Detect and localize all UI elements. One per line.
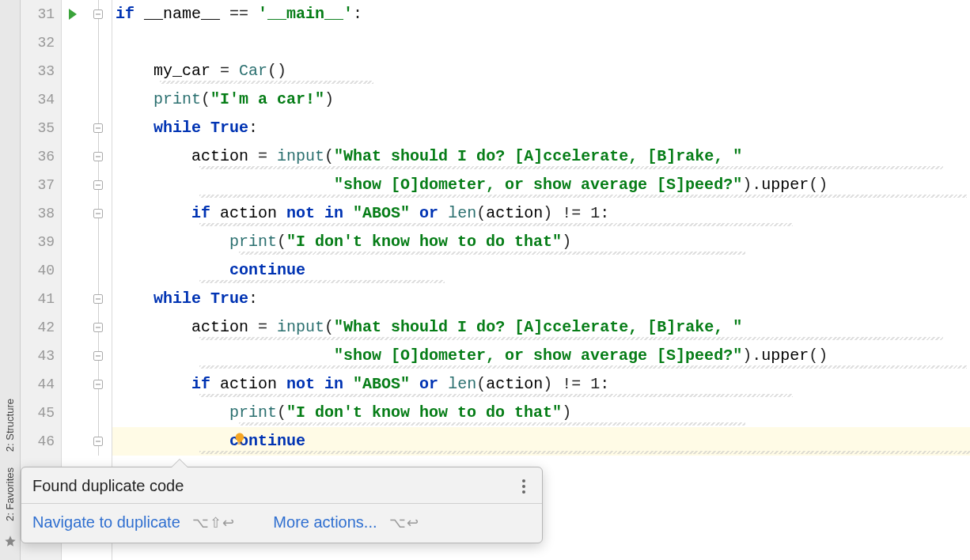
code-line[interactable]: print("I don't know how to do that"): [112, 399, 970, 427]
code-line[interactable]: while True:: [112, 285, 970, 313]
fold-toggle-icon[interactable]: [93, 437, 103, 446]
fold-toggle-icon[interactable]: [93, 380, 103, 389]
star-icon: [4, 534, 17, 552]
run-gutter-row: [62, 228, 84, 256]
line-number[interactable]: 37: [21, 171, 61, 199]
run-gutter-row: [62, 285, 84, 313]
run-gutter-row: [62, 57, 84, 85]
run-gutter-row: [62, 342, 84, 370]
fold-toggle-icon[interactable]: [93, 323, 103, 332]
line-number[interactable]: 42: [21, 313, 61, 342]
fold-gutter-row: [84, 57, 112, 85]
run-icon[interactable]: [69, 9, 77, 20]
warning-underline: [160, 81, 373, 84]
code-line[interactable]: if action not in "ABOS" or len(action) !…: [112, 199, 970, 228]
line-number[interactable]: 36: [21, 142, 61, 171]
run-gutter-row: [62, 114, 84, 142]
more-actions-link[interactable]: More actions...: [273, 513, 377, 531]
fold-gutter-row: [84, 256, 112, 285]
run-gutter-row: [62, 370, 84, 399]
run-gutter-row: [62, 313, 84, 342]
line-number[interactable]: 40: [21, 256, 61, 285]
fold-gutter-row: [84, 0, 112, 28]
code-line[interactable]: if action not in "ABOS" or len(action) !…: [112, 370, 970, 399]
line-number[interactable]: 32: [21, 28, 61, 57]
navigate-shortcut: ⌥⇧↩: [192, 515, 235, 531]
code-line[interactable]: while True:: [112, 114, 970, 142]
code-line[interactable]: print("I'm a car!"): [112, 85, 970, 114]
warning-underline: [199, 223, 793, 226]
more-actions[interactable]: More actions... ⌥↩: [273, 513, 419, 532]
run-gutter-row: [62, 399, 84, 427]
fold-gutter-row: [84, 28, 112, 57]
warning-underline: [239, 422, 745, 426]
warning-underline: [199, 451, 970, 454]
line-number[interactable]: 44: [21, 370, 61, 399]
line-number[interactable]: 38: [21, 199, 61, 228]
fold-toggle-icon[interactable]: [93, 123, 103, 133]
run-gutter-row: [62, 142, 84, 171]
structure-tab-label: 2: Structure: [4, 399, 16, 452]
code-line[interactable]: my_car = Car(): [112, 57, 970, 85]
line-number[interactable]: 45: [21, 399, 61, 427]
popup-header: Found duplicate code: [21, 467, 542, 504]
warning-underline: [199, 195, 967, 198]
warning-underline: [199, 166, 943, 169]
fold-toggle-icon[interactable]: [93, 152, 103, 161]
code-line[interactable]: action = input("What should I do? [A]cce…: [112, 142, 970, 171]
line-number[interactable]: 46: [21, 427, 61, 456]
fold-toggle-icon[interactable]: [93, 9, 103, 19]
code-line[interactable]: [112, 28, 970, 57]
line-number[interactable]: 39: [21, 228, 61, 256]
run-gutter-row: [62, 0, 84, 28]
fold-toggle-icon[interactable]: [93, 180, 103, 190]
popup-actions: Navigate to duplicate ⌥⇧↩ More actions..…: [21, 504, 542, 543]
fold-toggle-icon[interactable]: [93, 351, 103, 361]
line-number[interactable]: 43: [21, 342, 61, 370]
fold-gutter-row: [84, 85, 112, 114]
inspection-popup: Found duplicate code Navigate to duplica…: [21, 467, 543, 543]
run-gutter-row: [62, 85, 84, 114]
run-gutter-row: [62, 28, 84, 57]
navigate-link[interactable]: Navigate to duplicate: [32, 513, 180, 531]
code-line[interactable]: if __name__ == '__main__':: [112, 0, 970, 28]
code-line[interactable]: "show [O]dometer, or show average [S]pee…: [112, 171, 970, 199]
fold-toggle-icon[interactable]: [93, 294, 103, 304]
line-number[interactable]: 41: [21, 285, 61, 313]
code-line[interactable]: "show [O]dometer, or show average [S]pee…: [112, 342, 970, 370]
line-number[interactable]: 34: [21, 85, 61, 114]
code-line[interactable]: continue: [112, 256, 970, 285]
warning-underline: [199, 365, 967, 369]
navigate-action[interactable]: Navigate to duplicate ⌥⇧↩: [32, 513, 235, 532]
fold-gutter-row: [84, 399, 112, 427]
warning-underline: [199, 280, 445, 283]
run-gutter-row: [62, 199, 84, 228]
fold-gutter-row: [84, 199, 112, 228]
warning-underline: [239, 252, 745, 255]
line-number[interactable]: 33: [21, 57, 61, 85]
run-gutter-row: [62, 256, 84, 285]
run-gutter-row: [62, 427, 84, 456]
structure-tab[interactable]: 2: Structure: [2, 391, 17, 460]
fold-gutter-row: [84, 370, 112, 399]
fold-gutter-row: [84, 142, 112, 171]
fold-gutter-row: [84, 114, 112, 142]
fold-gutter-row: [84, 228, 112, 256]
code-line[interactable]: print("I don't know how to do that"): [112, 228, 970, 256]
tool-window-tabs: 2: Structure 2: Favorites: [0, 0, 21, 560]
warning-underline: [199, 337, 943, 340]
more-actions-shortcut: ⌥↩: [389, 515, 419, 531]
favorites-tab-label: 2: Favorites: [4, 467, 16, 521]
fold-gutter-row: [84, 171, 112, 199]
fold-gutter-row: [84, 427, 112, 456]
fold-toggle-icon[interactable]: [93, 209, 103, 218]
line-number[interactable]: 35: [21, 114, 61, 142]
line-number[interactable]: 31: [21, 0, 61, 28]
favorites-tab[interactable]: 2: Favorites: [2, 460, 17, 529]
intention-bulb-icon[interactable]: [233, 430, 247, 448]
kebab-menu-icon[interactable]: [517, 479, 531, 494]
code-line[interactable]: action = input("What should I do? [A]cce…: [112, 313, 970, 342]
fold-gutter-row: [84, 342, 112, 370]
fold-gutter-row: [84, 285, 112, 313]
run-gutter-row: [62, 171, 84, 199]
